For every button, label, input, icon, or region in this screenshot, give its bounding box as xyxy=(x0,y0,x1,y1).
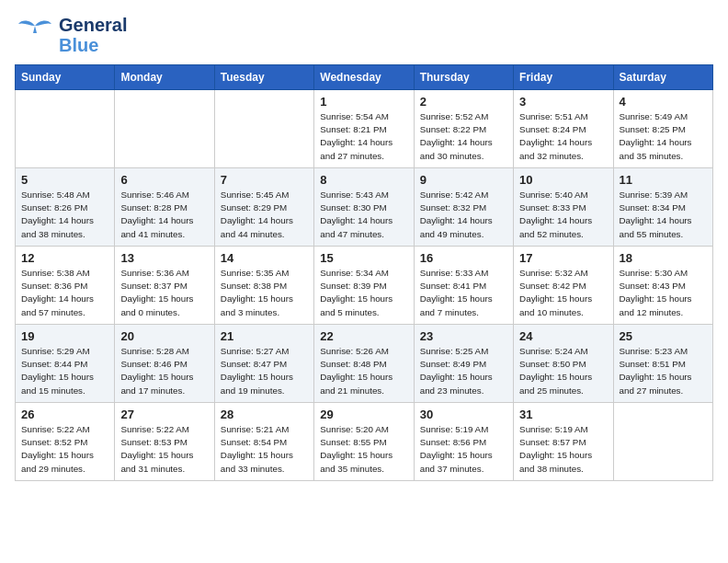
day-number: 13 xyxy=(120,251,208,265)
day-number: 7 xyxy=(221,173,308,187)
day-info: Sunrise: 5:24 AM Sunset: 8:50 PM Dayligh… xyxy=(519,345,607,397)
page-header: General Blue xyxy=(15,15,713,55)
day-number: 26 xyxy=(21,408,108,421)
calendar-cell: 24Sunrise: 5:24 AM Sunset: 8:50 PM Dayli… xyxy=(514,325,613,403)
day-info: Sunrise: 5:40 AM Sunset: 8:33 PM Dayligh… xyxy=(519,189,607,241)
calendar-cell: 5Sunrise: 5:48 AM Sunset: 8:26 PM Daylig… xyxy=(16,168,115,247)
day-info: Sunrise: 5:22 AM Sunset: 8:53 PM Dayligh… xyxy=(120,423,208,476)
day-number: 6 xyxy=(120,173,208,187)
day-number: 11 xyxy=(620,173,707,187)
calendar-cell: 12Sunrise: 5:38 AM Sunset: 8:36 PM Dayli… xyxy=(16,247,115,325)
day-number: 27 xyxy=(120,408,208,421)
day-number: 17 xyxy=(519,251,607,265)
calendar-cell xyxy=(214,90,313,168)
day-info: Sunrise: 5:23 AM Sunset: 8:51 PM Dayligh… xyxy=(620,345,707,397)
calendar-cell: 30Sunrise: 5:19 AM Sunset: 8:56 PM Dayli… xyxy=(414,403,513,481)
calendar-cell: 22Sunrise: 5:26 AM Sunset: 8:48 PM Dayli… xyxy=(314,325,414,403)
calendar-cell: 3Sunrise: 5:51 AM Sunset: 8:24 PM Daylig… xyxy=(514,90,613,168)
calendar-cell xyxy=(16,90,115,168)
logo-blue: Blue xyxy=(59,35,127,55)
calendar-cell xyxy=(115,90,214,168)
day-number: 9 xyxy=(420,173,507,187)
calendar-cell: 21Sunrise: 5:27 AM Sunset: 8:47 PM Dayli… xyxy=(214,325,313,403)
day-number: 24 xyxy=(519,329,607,343)
day-number: 28 xyxy=(221,408,308,421)
calendar-cell: 13Sunrise: 5:36 AM Sunset: 8:37 PM Dayli… xyxy=(115,247,214,325)
day-number: 14 xyxy=(221,251,308,265)
day-info: Sunrise: 5:48 AM Sunset: 8:26 PM Dayligh… xyxy=(21,189,108,241)
calendar-week-row: 12Sunrise: 5:38 AM Sunset: 8:36 PM Dayli… xyxy=(16,247,713,325)
calendar-table: SundayMondayTuesdayWednesdayThursdayFrid… xyxy=(15,64,713,481)
day-info: Sunrise: 5:32 AM Sunset: 8:42 PM Dayligh… xyxy=(519,267,607,319)
calendar-cell: 9Sunrise: 5:42 AM Sunset: 8:32 PM Daylig… xyxy=(414,168,513,247)
day-number: 30 xyxy=(420,408,507,421)
day-info: Sunrise: 5:26 AM Sunset: 8:48 PM Dayligh… xyxy=(320,345,407,397)
day-info: Sunrise: 5:29 AM Sunset: 8:44 PM Dayligh… xyxy=(21,345,108,397)
day-info: Sunrise: 5:43 AM Sunset: 8:30 PM Dayligh… xyxy=(320,189,407,241)
calendar-cell: 16Sunrise: 5:33 AM Sunset: 8:41 PM Dayli… xyxy=(414,247,513,325)
day-number: 18 xyxy=(620,251,707,265)
calendar-cell: 11Sunrise: 5:39 AM Sunset: 8:34 PM Dayli… xyxy=(613,168,712,247)
day-number: 23 xyxy=(420,329,507,343)
day-info: Sunrise: 5:34 AM Sunset: 8:39 PM Dayligh… xyxy=(320,267,407,319)
day-number: 29 xyxy=(320,408,407,421)
day-info: Sunrise: 5:39 AM Sunset: 8:34 PM Dayligh… xyxy=(620,189,707,241)
logo: General Blue xyxy=(15,15,127,55)
day-number: 12 xyxy=(21,251,108,265)
day-number: 21 xyxy=(221,329,308,343)
day-info: Sunrise: 5:45 AM Sunset: 8:29 PM Dayligh… xyxy=(221,189,308,241)
day-number: 31 xyxy=(519,408,607,421)
day-info: Sunrise: 5:19 AM Sunset: 8:56 PM Dayligh… xyxy=(420,423,507,476)
day-info: Sunrise: 5:42 AM Sunset: 8:32 PM Dayligh… xyxy=(420,189,507,241)
day-number: 25 xyxy=(620,329,707,343)
calendar-header-row: SundayMondayTuesdayWednesdayThursdayFrid… xyxy=(16,65,713,90)
calendar-cell: 28Sunrise: 5:21 AM Sunset: 8:54 PM Dayli… xyxy=(214,403,313,481)
day-number: 1 xyxy=(320,95,407,109)
day-info: Sunrise: 5:49 AM Sunset: 8:25 PM Dayligh… xyxy=(620,110,707,163)
day-info: Sunrise: 5:51 AM Sunset: 8:24 PM Dayligh… xyxy=(519,110,607,163)
calendar-week-row: 5Sunrise: 5:48 AM Sunset: 8:26 PM Daylig… xyxy=(16,168,713,247)
calendar-header-saturday: Saturday xyxy=(613,65,712,90)
calendar-cell: 4Sunrise: 5:49 AM Sunset: 8:25 PM Daylig… xyxy=(613,90,712,168)
calendar-cell: 26Sunrise: 5:22 AM Sunset: 8:52 PM Dayli… xyxy=(16,403,115,481)
day-number: 10 xyxy=(519,173,607,187)
day-number: 8 xyxy=(320,173,407,187)
calendar-header-wednesday: Wednesday xyxy=(314,65,414,90)
calendar-cell: 27Sunrise: 5:22 AM Sunset: 8:53 PM Dayli… xyxy=(115,403,214,481)
day-number: 15 xyxy=(320,251,407,265)
day-info: Sunrise: 5:46 AM Sunset: 8:28 PM Dayligh… xyxy=(120,189,208,241)
calendar-header-sunday: Sunday xyxy=(16,65,115,90)
calendar-header-tuesday: Tuesday xyxy=(214,65,313,90)
day-info: Sunrise: 5:30 AM Sunset: 8:43 PM Dayligh… xyxy=(620,267,707,319)
day-number: 5 xyxy=(21,173,108,187)
calendar-week-row: 1Sunrise: 5:54 AM Sunset: 8:21 PM Daylig… xyxy=(16,90,713,168)
calendar-cell: 6Sunrise: 5:46 AM Sunset: 8:28 PM Daylig… xyxy=(115,168,214,247)
day-info: Sunrise: 5:27 AM Sunset: 8:47 PM Dayligh… xyxy=(221,345,308,397)
calendar-header-monday: Monday xyxy=(115,65,214,90)
calendar-week-row: 19Sunrise: 5:29 AM Sunset: 8:44 PM Dayli… xyxy=(16,325,713,403)
day-info: Sunrise: 5:54 AM Sunset: 8:21 PM Dayligh… xyxy=(320,110,407,163)
calendar-cell: 1Sunrise: 5:54 AM Sunset: 8:21 PM Daylig… xyxy=(314,90,414,168)
day-info: Sunrise: 5:28 AM Sunset: 8:46 PM Dayligh… xyxy=(120,345,208,397)
day-number: 19 xyxy=(21,329,108,343)
day-number: 3 xyxy=(519,95,607,109)
logo-icon xyxy=(15,17,55,50)
day-info: Sunrise: 5:22 AM Sunset: 8:52 PM Dayligh… xyxy=(21,423,108,476)
day-info: Sunrise: 5:21 AM Sunset: 8:54 PM Dayligh… xyxy=(221,423,308,476)
day-info: Sunrise: 5:36 AM Sunset: 8:37 PM Dayligh… xyxy=(120,267,208,319)
day-number: 4 xyxy=(620,95,707,109)
day-info: Sunrise: 5:33 AM Sunset: 8:41 PM Dayligh… xyxy=(420,267,507,319)
calendar-cell: 10Sunrise: 5:40 AM Sunset: 8:33 PM Dayli… xyxy=(514,168,613,247)
calendar-cell: 18Sunrise: 5:30 AM Sunset: 8:43 PM Dayli… xyxy=(613,247,712,325)
day-number: 22 xyxy=(320,329,407,343)
calendar-cell: 7Sunrise: 5:45 AM Sunset: 8:29 PM Daylig… xyxy=(214,168,313,247)
calendar-cell: 23Sunrise: 5:25 AM Sunset: 8:49 PM Dayli… xyxy=(414,325,513,403)
day-number: 16 xyxy=(420,251,507,265)
calendar-header-thursday: Thursday xyxy=(414,65,513,90)
calendar-cell: 25Sunrise: 5:23 AM Sunset: 8:51 PM Dayli… xyxy=(613,325,712,403)
day-info: Sunrise: 5:35 AM Sunset: 8:38 PM Dayligh… xyxy=(221,267,308,319)
calendar-cell: 8Sunrise: 5:43 AM Sunset: 8:30 PM Daylig… xyxy=(314,168,414,247)
calendar-cell xyxy=(613,403,712,481)
calendar-week-row: 26Sunrise: 5:22 AM Sunset: 8:52 PM Dayli… xyxy=(16,403,713,481)
calendar-cell: 19Sunrise: 5:29 AM Sunset: 8:44 PM Dayli… xyxy=(16,325,115,403)
